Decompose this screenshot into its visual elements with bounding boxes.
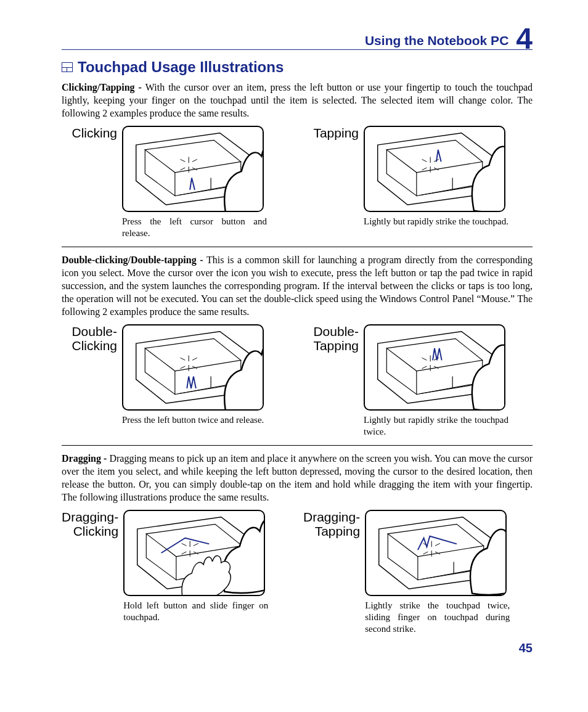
example-row-1: Clicking Press the left cursor button an… [62, 126, 533, 239]
figure-dragging-tapping [365, 510, 507, 596]
label-dragging-tapping: Dragging- Tapping [303, 510, 360, 634]
caption-dragging-tapping: Lightly strike the touchpad twice, slidi… [365, 600, 510, 634]
label-dragging-clicking: Dragging- Clicking [62, 510, 118, 634]
label-clicking: Clicking [62, 126, 117, 239]
paragraph-clicking: Clicking/Tapping - With the cursor over … [62, 81, 533, 120]
label-tapping: Tapping [303, 126, 359, 239]
figure-tapping [364, 126, 505, 212]
caption-double-tapping: Lightly but rapidly strike the touchpad … [364, 414, 508, 438]
chapter-number: 4 [516, 28, 533, 49]
section-icon [62, 62, 73, 72]
figure-dragging-clicking [123, 510, 265, 596]
figure-double-clicking [122, 324, 264, 411]
caption-double-clicking: Press the left button twice and release. [122, 414, 267, 426]
header-section: Using the Notebook PC [365, 33, 508, 48]
paragraph-dragging: Dragging - Dragging means to pick up an … [62, 452, 533, 504]
example-row-2: Double- Clicking Press the left button t… [62, 324, 533, 438]
page-header: Using the Notebook PC 4 [62, 25, 533, 50]
figure-clicking [122, 126, 264, 212]
caption-clicking: Press the left cursor button and release… [122, 216, 267, 239]
divider [62, 445, 533, 446]
section-title: Touchpad Usage Illustrations [78, 59, 284, 76]
divider [62, 247, 533, 247]
example-row-3: Dragging- Clicking Hold left button and … [62, 510, 533, 634]
caption-dragging-clicking: Hold left button and slide finger on tou… [123, 600, 268, 623]
paragraph-double: Double-clicking/Double-tapping - This is… [62, 253, 533, 319]
section-title-row: Touchpad Usage Illustrations [62, 59, 533, 76]
label-double-tapping: Double- Tapping [303, 324, 359, 438]
page-number: 45 [62, 641, 533, 655]
figure-double-tapping [364, 324, 505, 411]
caption-tapping: Lightly but rapidly strike the touchpad. [364, 216, 508, 227]
label-double-clicking: Double- Clicking [62, 324, 117, 438]
